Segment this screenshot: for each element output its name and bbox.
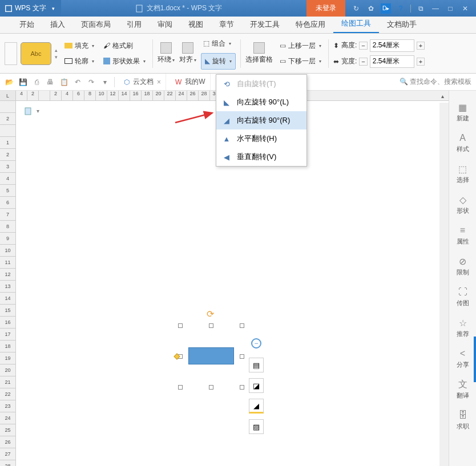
tab-view[interactable]: 视图	[180, 16, 211, 33]
selected-shape-bounds[interactable]: ⟳	[178, 323, 244, 390]
group-icon: ⬚	[203, 39, 209, 47]
side-panel-推荐[interactable]: ☆推荐	[457, 318, 469, 338]
side-panel-新建[interactable]: ▦新建	[457, 102, 469, 123]
settings-icon[interactable]: ✿	[366, 3, 376, 14]
gallery-down-icon[interactable]: ▾	[55, 54, 58, 60]
print-preview-icon[interactable]: ⎙	[32, 78, 41, 87]
group-button[interactable]: ⬚组合▾	[201, 38, 236, 50]
side-panel-翻译[interactable]: 文翻译	[457, 379, 469, 400]
height-label: 高度:	[341, 40, 357, 50]
height-control: ⬍ 高度: − +	[333, 39, 425, 52]
save-icon[interactable]: 💾	[18, 78, 27, 87]
rotate-menu-item-2[interactable]: ◢向右旋转 90°(R)	[216, 111, 306, 129]
print-icon[interactable]: 🖶	[46, 78, 55, 87]
side-panel-传图[interactable]: ⛶传图	[457, 287, 469, 307]
ruler-h-mark: 28	[199, 91, 210, 100]
undo-icon[interactable]: ↶	[73, 78, 82, 87]
side-panel-属性[interactable]: ≡属性	[457, 225, 469, 246]
resize-handle-tl[interactable]	[178, 323, 183, 328]
rectangle-shape[interactable]	[188, 347, 234, 364]
gallery-up-icon[interactable]: ▴	[55, 47, 58, 53]
close-tab-icon[interactable]: ×	[157, 78, 161, 86]
close-icon[interactable]: ✕	[460, 3, 470, 14]
sync-icon[interactable]: ↻	[351, 3, 361, 14]
tab-chapter[interactable]: 章节	[211, 16, 242, 33]
tab-start[interactable]: 开始	[11, 16, 42, 33]
ruler-h-mark: 8	[84, 91, 96, 100]
height-input[interactable]	[370, 39, 414, 52]
section-dropdown-icon[interactable]: ▾	[37, 108, 39, 114]
resize-handle-bm[interactable]	[209, 385, 213, 390]
resize-handle-mr[interactable]	[240, 354, 244, 359]
shape-style-preview[interactable]: Abc	[21, 42, 51, 65]
side-panel-限制[interactable]: ⊘限制	[457, 256, 469, 277]
resize-handle-bl[interactable]	[178, 385, 183, 390]
paste-icon[interactable]: 📋	[59, 78, 68, 87]
rotate-menu-item-1[interactable]: ◣向左旋转 90°(L)	[216, 93, 306, 111]
height-minus[interactable]: −	[359, 42, 367, 50]
divider	[410, 5, 411, 13]
tab-layout[interactable]: 页面布局	[73, 16, 119, 33]
selection-pane-button[interactable]: 选择窗格	[245, 42, 273, 64]
fill-tool-icon[interactable]: ◪	[249, 378, 264, 393]
shape-gallery-prev[interactable]	[5, 42, 17, 65]
app-logo[interactable]: WPS 文字 ▾	[0, 0, 61, 17]
resize-handle-br[interactable]	[240, 385, 244, 390]
width-minus[interactable]: −	[359, 58, 367, 66]
app-menu-dropdown-icon[interactable]: ▾	[52, 6, 57, 11]
layout-options-icon[interactable]: ▤	[249, 358, 264, 372]
rotate-menu-item-4[interactable]: ◀垂直翻转(V)	[216, 148, 306, 166]
login-button[interactable]: 未登录	[306, 0, 345, 17]
tab-review[interactable]: 审阅	[150, 16, 180, 33]
move-up-button[interactable]: ▭上移一层▾	[277, 40, 324, 52]
maximize-icon[interactable]: □	[445, 3, 455, 14]
move-down-button[interactable]: ▭下移一层▾	[277, 55, 324, 67]
resize-handle-tr[interactable]	[240, 323, 244, 328]
tab-doc-assistant[interactable]: 文档助手	[379, 16, 425, 33]
side-panel-样式[interactable]: A样式	[457, 133, 469, 153]
ruler-corner[interactable]: L	[0, 91, 16, 100]
shape-effect-tool-icon[interactable]: ▨	[249, 419, 264, 434]
ribbon-tabs: 开始 插入 页面布局 引用 审阅 视图 章节 开发工具 特色应用 绘图工具 文档…	[0, 17, 476, 34]
format-painter-button[interactable]: 🖌格式刷	[101, 40, 148, 52]
minimize-icon[interactable]: —	[430, 3, 441, 14]
side-panel-形状[interactable]: ◇形状	[457, 194, 469, 215]
side-panel-选择[interactable]: ⬚选择	[457, 164, 469, 184]
search-hint[interactable]: 🔍 查找命令、搜索模板	[400, 77, 471, 87]
tab-dev[interactable]: 开发工具	[242, 16, 288, 33]
height-icon: ⬍	[333, 42, 339, 50]
tab-reference[interactable]: 引用	[119, 16, 150, 33]
fill-button[interactable]: 填充▾	[62, 40, 96, 52]
restore-window-icon[interactable]: ⧉	[416, 3, 426, 14]
side-panel-icon: <	[458, 349, 468, 359]
share-icon[interactable]: D▸	[381, 3, 391, 14]
align-button[interactable]: 对齐▾	[179, 42, 196, 64]
ruler-toggle-icon[interactable]: ▴	[437, 91, 447, 101]
width-input[interactable]	[370, 55, 414, 68]
outline-tool-icon[interactable]: ◢	[249, 399, 264, 414]
cloud-doc-tab[interactable]: ⬡ 云文档 ×	[119, 74, 166, 90]
tab-insert[interactable]: 插入	[42, 16, 73, 33]
width-plus[interactable]: +	[417, 58, 425, 66]
help-icon[interactable]: ?	[396, 3, 406, 14]
height-plus[interactable]: +	[417, 42, 425, 50]
tab-drawing-tools[interactable]: 绘图工具	[333, 15, 379, 33]
side-panel-求职[interactable]: 🗄求职	[457, 410, 469, 431]
more-icon[interactable]: ▾	[100, 78, 110, 87]
redo-icon[interactable]: ↷	[87, 78, 96, 87]
ruler-vertical[interactable]: 2123456789101112131415161718192021222324…	[0, 101, 16, 466]
collapse-toolbar-icon[interactable]: −	[251, 338, 261, 349]
side-panel-分享[interactable]: <分享	[457, 349, 469, 369]
outline-button[interactable]: 轮廓▾	[62, 55, 96, 67]
vertical-scrollbar[interactable]	[439, 103, 449, 466]
my-wps-tab[interactable]: W 我的W	[171, 74, 211, 90]
rotate-handle-icon[interactable]: ⟳	[207, 309, 216, 318]
rotate-button[interactable]: ◣旋转▾	[201, 53, 236, 70]
rotate-menu-item-3[interactable]: ▲水平翻转(H)	[216, 129, 306, 148]
open-icon[interactable]: 📂	[5, 78, 14, 87]
tab-special[interactable]: 特色应用	[288, 16, 333, 33]
resize-handle-tm[interactable]	[209, 323, 213, 328]
ruler-v-mark: 2	[0, 149, 15, 161]
wrap-button[interactable]: 环绕▾	[158, 42, 175, 64]
shape-effect-button[interactable]: 形状效果▾	[101, 55, 148, 67]
